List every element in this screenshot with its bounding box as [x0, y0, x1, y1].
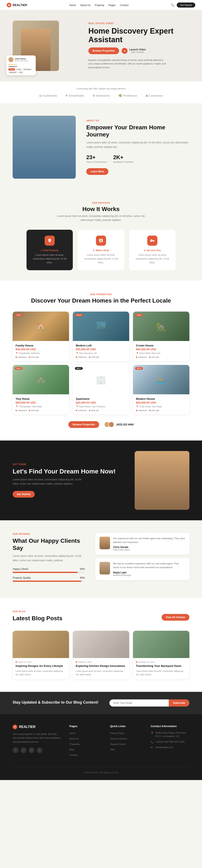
- progress-bar-fill-1: [12, 572, 78, 573]
- nav-home[interactable]: Home: [69, 4, 76, 7]
- footer-link-privacy[interactable]: Privacy Policy: [110, 732, 124, 735]
- get-started-button[interactable]: Get Started: [177, 2, 195, 7]
- partners-logos: ◎ trumbrella ❄ SnowFlake ⊕ Sitemarks 🌿 P…: [12, 94, 190, 97]
- newsletter-subscribe-button[interactable]: Subscribe: [169, 700, 190, 707]
- nav-property[interactable]: Property: [95, 4, 104, 7]
- footer-contact-title: Contact Information: [151, 724, 190, 728]
- card-name: John Planas: [15, 58, 28, 60]
- footer-link-terms[interactable]: Terms of Service: [110, 737, 127, 740]
- property-image-3: 🏡 SALE: [133, 312, 190, 341]
- how-description: Lorem ipsum dolor sit amet, consectetur …: [53, 214, 149, 222]
- footer-link-faq[interactable]: FAQ: [110, 748, 115, 751]
- search-icon[interactable]: 🔍: [171, 3, 174, 7]
- browse-all-button[interactable]: Browse Properties: [68, 421, 99, 428]
- blog-date-3: November 20, 2024: [136, 661, 186, 663]
- steps-container: 1. Find Property Lorem ipsum dolor sit a…: [12, 230, 190, 270]
- step-3-desc: Lorem ipsum dolor sit amet, consectetur …: [134, 253, 171, 265]
- blog-post-desc-3: Lorem ipsum dolor sit amet, consectetur …: [136, 670, 186, 676]
- video-label: Launch Video View Tutorials: [129, 48, 146, 53]
- hero-image-block: John Planas Real Estate Agent ★★★★★ Cate…: [12, 21, 80, 71]
- agent-avatars: [104, 422, 114, 428]
- about-stats: 23+ Years of Experience 2K+ Available Pr…: [86, 154, 190, 163]
- footer-link-home[interactable]: Home: [70, 732, 76, 735]
- cta-description: Lorem ipsum dolor sit amet, consectetur …: [12, 478, 84, 486]
- progress-bars: Happy Clients 90% Property Quality 95%: [12, 567, 85, 582]
- view-all-articles-button[interactable]: View All Articles: [161, 614, 190, 621]
- property-info-6: Modern House $60,000.00 USD 📍 Turtle Cre…: [133, 394, 190, 414]
- step-2-icon: [96, 236, 106, 246]
- property-card-4[interactable]: 🏘️ SALE Tiny Home $50,000.00 USD 📍 Chesa…: [12, 365, 69, 414]
- play-icon: [122, 48, 127, 54]
- blog-post-title-1: Inspiring Designs for Every Lifestyle: [16, 664, 66, 668]
- date-dot-1: [16, 661, 17, 663]
- blog-card-3[interactable]: November 20, 2024 Transforming Your Back…: [133, 631, 190, 679]
- footer-phone: 📞 +1(423) 456-7890 EXT 2245: [151, 740, 190, 744]
- card-role: Real Estate Agent: [15, 60, 28, 62]
- property-name-1: Family House: [16, 344, 66, 347]
- reviewer-name-2: Nayla Latel: [113, 571, 185, 574]
- footer-contact-col: Contact Information 📍 12452 Hobo Place, …: [151, 724, 190, 758]
- twitter-icon[interactable]: t: [21, 747, 26, 753]
- categories-label: Categories: [8, 65, 34, 67]
- blog-card-1[interactable]: August 12, 2024 Inspiring Designs for Ev…: [12, 631, 69, 679]
- footer-grid: REALTIER Your trusted partner in real es…: [12, 724, 190, 758]
- progress-bar-fill-2: [12, 581, 81, 582]
- browse-properties-button[interactable]: Browse Properties: [89, 48, 119, 54]
- property-card-2[interactable]: 🏙️ SALE Modern Loft $35,000.00 USD 📍 San…: [73, 312, 129, 361]
- progress-label-2: Property Quality 95%: [12, 576, 85, 579]
- newsletter-section: Stay Updated & Subscribe to Our Blog Con…: [0, 692, 202, 714]
- partners-label: Connecting with 400+ global real estate …: [12, 87, 190, 90]
- cat-family[interactable]: Family: [8, 68, 15, 70]
- cat-luxury[interactable]: Luxury: [16, 68, 22, 70]
- newsletter-text: Stay Updated & Subscribe to Our Blog Con…: [12, 700, 99, 706]
- progress-bar-bg-2: [12, 581, 85, 582]
- nav-links: Home About Us Property Pages Contact: [69, 3, 129, 7]
- svg-point-0: [9, 4, 10, 5]
- footer-address: 📍 12452 Hobo Place, First Floor PH-S, Lo…: [151, 731, 190, 738]
- blog-post-title-3: Transforming Your Backyard Oasis: [136, 664, 186, 668]
- reviews-left: OUR REVIEWS What Our Happy Clients Say L…: [12, 533, 85, 585]
- cat-residential[interactable]: Residential: [23, 68, 32, 70]
- cat-land[interactable]: Land: [18, 71, 23, 73]
- facebook-icon[interactable]: f: [12, 747, 19, 753]
- nav-about[interactable]: About Us: [80, 4, 91, 7]
- footer-link-about[interactable]: About Us: [70, 737, 79, 740]
- newsletter-email-input[interactable]: [109, 700, 169, 707]
- footer-link-properties[interactable]: Properties: [70, 743, 80, 745]
- footer-link-blog[interactable]: Blog: [70, 748, 74, 751]
- progress-label-1: Happy Clients 90%: [12, 567, 85, 570]
- property-card-6[interactable]: 🏊 SALE Modern House $60,000.00 USD 📍 Tur…: [133, 365, 190, 414]
- footer: REALTIER Your trusted partner in real es…: [0, 714, 202, 780]
- blog-card-2[interactable]: October 8, 2024 Exploring Kitchen Design…: [73, 631, 129, 679]
- reviews-inner: OUR REVIEWS What Our Happy Clients Say L…: [12, 533, 190, 585]
- property-info-1: Family House $50,000.00 USD 📍 Fayettevil…: [12, 341, 69, 361]
- about-tag: ABOUT US: [86, 120, 190, 122]
- reviews-tag: OUR REVIEWS: [12, 533, 85, 535]
- instagram-icon[interactable]: in: [29, 747, 34, 753]
- stat-properties-label: Available Properties: [113, 161, 134, 163]
- stat-experience: 23+ Years of Experience: [86, 154, 107, 163]
- linkedin-icon[interactable]: li: [36, 747, 43, 753]
- cta-button[interactable]: Get Started: [12, 491, 35, 498]
- logo[interactable]: REALTIER: [7, 3, 27, 7]
- property-name-3: Crown House: [136, 344, 186, 347]
- about-content: ABOUT US Empower Your Dream Home Journey…: [86, 120, 190, 175]
- cta-content: GET THERE Let's Find Your Dream Home Now…: [12, 463, 126, 497]
- blog-image-2: [73, 631, 129, 658]
- footer-link-support[interactable]: Support Center: [110, 743, 126, 745]
- blog-image-1: [12, 631, 69, 658]
- learn-more-button[interactable]: Learn More: [86, 168, 108, 175]
- cat-apartment[interactable]: Apartment: [8, 71, 17, 73]
- nav-contact[interactable]: Contact: [120, 4, 129, 7]
- about-description: Lorem ipsum dolor sit amet, consectetur …: [86, 141, 190, 149]
- blog-section: OUR BLOG Latest Blog Posts View All Arti…: [0, 598, 202, 692]
- footer-link-contact[interactable]: Contact: [70, 754, 77, 756]
- property-card-3[interactable]: 🏡 SALE Crown House $60,000.00 USD 📍 Echo…: [133, 312, 190, 361]
- property-card-1[interactable]: 🏠 SALE Family House $50,000.00 USD 📍 Fay…: [12, 312, 69, 361]
- property-card-5[interactable]: 🏢 BEST Apartment $20,000.00 USD 📍 North …: [73, 365, 129, 414]
- launch-video-button[interactable]: Launch Video View Tutorials: [122, 48, 146, 54]
- footer-logo-icon: [12, 724, 17, 729]
- footer-logo: REALTIER: [12, 724, 61, 729]
- property-location-3: 📍 Echo Fields, New York: [136, 352, 186, 354]
- nav-pages[interactable]: Pages: [108, 4, 116, 7]
